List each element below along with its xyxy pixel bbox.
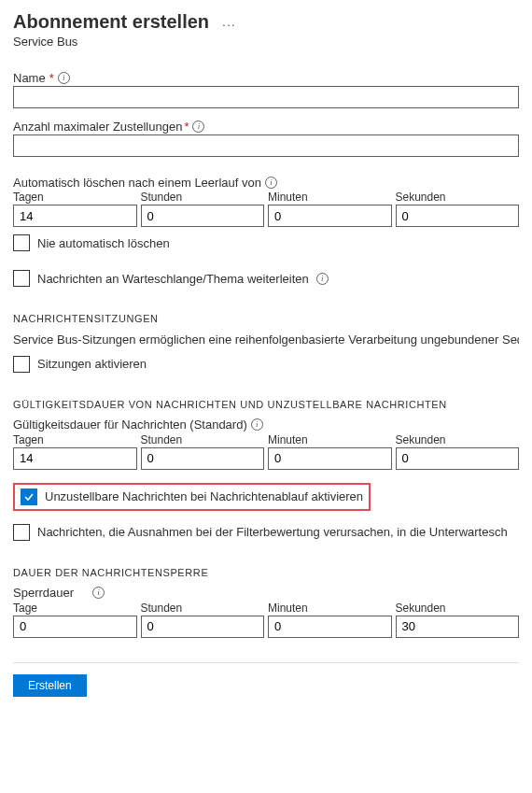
lock-days-input[interactable]	[13, 616, 137, 638]
page-subtitle: Service Bus	[13, 35, 519, 49]
hours-label: Stunden	[141, 191, 265, 204]
create-button[interactable]: Erstellen	[13, 674, 87, 697]
dead-letter-label: Unzustellbare Nachrichten bei Nachrichte…	[45, 489, 363, 503]
name-label: Name	[13, 71, 46, 85]
more-actions-button[interactable]: ···	[222, 17, 236, 32]
minutes-label: Minuten	[268, 191, 392, 204]
name-input[interactable]	[13, 86, 519, 108]
footer-separator	[13, 662, 519, 663]
ttl-heading: GÜLTIGKEITSDAUER VON NACHRICHTEN UND UNZ…	[13, 399, 519, 410]
max-deliveries-input[interactable]	[13, 135, 519, 157]
ttl-days-input[interactable]	[13, 447, 137, 470]
page-title: Abonnement erstellen	[13, 11, 209, 33]
seconds-label: Sekunden	[396, 191, 520, 204]
auto-delete-hours-input[interactable]	[141, 205, 265, 227]
filter-exception-checkbox[interactable]	[13, 524, 30, 541]
lock-hours-input[interactable]	[141, 616, 265, 638]
days-label: Tagen	[13, 433, 137, 446]
seconds-label: Sekunden	[396, 602, 520, 615]
info-icon[interactable]: i	[192, 120, 204, 133]
info-icon[interactable]: i	[92, 587, 105, 599]
info-icon[interactable]: i	[251, 418, 263, 431]
required-marker: *	[49, 71, 54, 85]
auto-delete-minutes-input[interactable]	[268, 205, 392, 227]
enable-sessions-label: Sitzungen aktivieren	[37, 357, 147, 371]
info-icon[interactable]: i	[265, 177, 277, 189]
dead-letter-checkbox[interactable]	[21, 489, 37, 505]
ttl-seconds-input[interactable]	[396, 447, 520, 470]
enable-sessions-checkbox[interactable]	[13, 356, 30, 373]
required-marker: *	[184, 120, 189, 134]
max-deliveries-label: Anzahl maximaler Zustellungen	[13, 120, 182, 134]
hours-label: Stunden	[141, 602, 265, 615]
forward-messages-checkbox[interactable]	[13, 270, 30, 287]
minutes-label: Minuten	[268, 602, 392, 615]
sessions-description: Service Bus-Sitzungen ermöglichen eine r…	[13, 332, 519, 348]
dead-letter-highlight: Unzustellbare Nachrichten bei Nachrichte…	[13, 483, 371, 511]
never-auto-delete-checkbox[interactable]	[13, 234, 30, 251]
ttl-minutes-input[interactable]	[268, 447, 392, 470]
ttl-label: Gültigkeitsdauer für Nachrichten (Standa…	[13, 418, 247, 432]
info-icon[interactable]: i	[316, 273, 329, 285]
auto-delete-label: Automatisch löschen nach einem Leerlauf …	[13, 176, 261, 190]
days-label: Tagen	[13, 191, 137, 204]
info-icon[interactable]: i	[58, 72, 70, 84]
auto-delete-seconds-input[interactable]	[396, 205, 520, 227]
forward-messages-label: Nachrichten an Warteschlange/Thema weite…	[37, 272, 309, 286]
seconds-label: Sekunden	[396, 433, 520, 446]
filter-exception-label: Nachrichten, die Ausnahmen bei der Filte…	[37, 525, 508, 539]
days-label: Tage	[13, 602, 137, 615]
hours-label: Stunden	[141, 433, 265, 446]
ttl-hours-input[interactable]	[141, 447, 265, 470]
lock-label: Sperrdauer	[13, 586, 74, 600]
lock-heading: DAUER DER NACHRICHTENSPERRE	[13, 567, 519, 578]
auto-delete-days-input[interactable]	[13, 205, 137, 227]
lock-seconds-input[interactable]	[396, 616, 520, 638]
sessions-heading: NACHRICHTENSITZUNGEN	[13, 313, 519, 324]
minutes-label: Minuten	[268, 433, 392, 446]
lock-minutes-input[interactable]	[268, 616, 392, 638]
never-auto-delete-label: Nie automatisch löschen	[37, 236, 170, 250]
